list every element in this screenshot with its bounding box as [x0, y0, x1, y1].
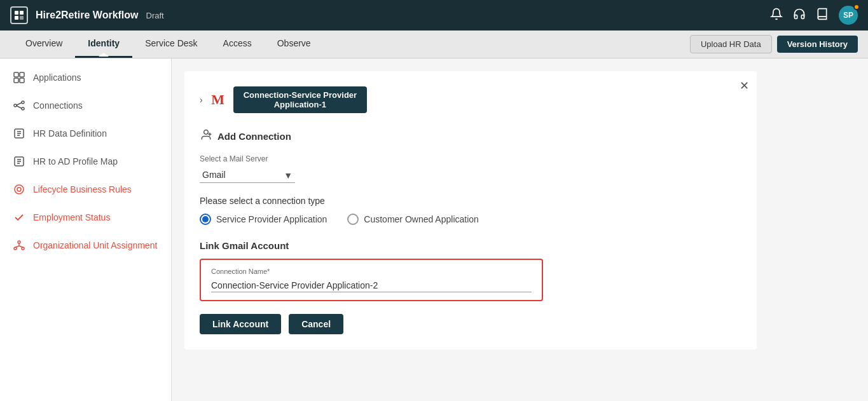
svg-point-8 [14, 104, 17, 107]
sidebar-item-lifecycle-business-rules-label: Lifecycle Business Rules [33, 184, 132, 194]
tab-observe[interactable]: Observe [265, 31, 324, 58]
book-icon[interactable] [816, 8, 829, 24]
close-button[interactable]: ✕ [740, 79, 749, 93]
svg-rect-2 [15, 16, 18, 20]
svg-point-24 [14, 247, 17, 250]
org-unit-assignment-icon [13, 239, 25, 252]
svg-point-10 [22, 107, 24, 110]
top-bar-left: Hire2Retire Workflow Draft [10, 6, 164, 24]
svg-point-29 [204, 130, 209, 135]
connection-name-label: Connection Name* [211, 268, 532, 275]
radio-customer-owned-circle [347, 214, 359, 225]
top-bar-right: SP [770, 6, 858, 25]
sidebar-item-employment-status[interactable]: Employment Status [0, 203, 171, 231]
connection-name-input[interactable] [211, 279, 532, 292]
top-bar: Hire2Retire Workflow Draft SP [0, 0, 868, 31]
main-panel: ✕ › M Connection-Service Provider Applic… [184, 71, 757, 350]
tab-identity[interactable]: Identity [75, 31, 132, 58]
breadcrumb: › M Connection-Service Provider Applicat… [200, 86, 741, 113]
svg-line-27 [15, 246, 19, 247]
connections-icon [13, 99, 25, 112]
svg-point-21 [15, 185, 24, 194]
content-area: ✕ › M Connection-Service Provider Applic… [172, 58, 868, 401]
sidebar-item-connections-label: Connections [33, 100, 83, 111]
mail-server-select[interactable]: Gmail Outlook Other [200, 167, 295, 183]
tab-overview[interactable]: Overview [13, 31, 75, 58]
svg-rect-4 [14, 72, 18, 77]
radio-service-provider[interactable]: Service Provider Application [200, 214, 327, 225]
sidebar-item-connections[interactable]: Connections [0, 92, 171, 119]
svg-rect-0 [15, 11, 18, 15]
connection-name-box: Connection Name* [200, 259, 543, 301]
sidebar-item-hr-ad-profile-map[interactable]: HR to AD Profile Map [0, 147, 171, 175]
tab-access[interactable]: Access [210, 31, 265, 58]
add-connection-title: Add Connection [200, 128, 741, 144]
sidebar-item-org-unit-assignment-label: Organizational Unit Assignment [33, 240, 157, 250]
radio-group: Service Provider Application Customer Ow… [200, 214, 741, 225]
mail-server-select-wrapper: Gmail Outlook Other ▼ [200, 167, 295, 183]
upload-hr-data-button[interactable]: Upload HR Data [690, 35, 772, 53]
mail-server-label: Select a Mail Server [200, 154, 741, 163]
breadcrumb-tag: Connection-Service Provider Application-… [233, 86, 367, 113]
svg-point-25 [22, 247, 24, 250]
radio-customer-owned[interactable]: Customer Owned Application [347, 214, 479, 225]
headset-icon[interactable] [793, 8, 806, 24]
app-icon [10, 6, 28, 24]
nav-actions: Upload HR Data Version History [690, 35, 868, 53]
link-account-button[interactable]: Link Account [200, 314, 281, 334]
main-layout: Applications Connections [0, 58, 868, 401]
svg-point-9 [22, 101, 24, 104]
connection-type-label: Please select a connection type [200, 196, 741, 206]
draft-badge: Draft [146, 11, 164, 20]
sidebar-item-applications-label: Applications [33, 72, 81, 83]
svg-rect-5 [20, 72, 24, 77]
sidebar-item-hr-data-definition-label: HR Data Definition [33, 128, 107, 139]
sidebar-item-hr-ad-profile-map-label: HR to AD Profile Map [33, 156, 118, 167]
svg-point-23 [18, 241, 20, 243]
sidebar-item-applications[interactable]: Applications [0, 64, 171, 92]
cancel-button[interactable]: Cancel [289, 314, 343, 334]
svg-point-22 [17, 187, 21, 191]
link-gmail-account-title: Link Gmail Account [200, 240, 741, 251]
app-title: Hire2Retire Workflow [36, 10, 139, 21]
radio-service-provider-circle [200, 214, 211, 225]
hr-data-definition-icon [13, 127, 25, 140]
sidebar: Applications Connections [0, 58, 172, 401]
radio-customer-owned-label: Customer Owned Application [364, 214, 479, 224]
svg-rect-1 [20, 11, 24, 15]
mail-server-field: Select a Mail Server Gmail Outlook Other… [200, 154, 741, 183]
active-tab-indicator [99, 53, 109, 57]
svg-line-28 [19, 246, 23, 247]
svg-rect-7 [20, 78, 24, 83]
sidebar-item-employment-status-label: Employment Status [33, 212, 110, 222]
sidebar-item-org-unit-assignment[interactable]: Organizational Unit Assignment [0, 231, 171, 259]
secondary-nav: Overview Identity Service Desk Access Ob… [0, 31, 868, 58]
bell-icon[interactable] [770, 8, 783, 24]
action-buttons: Link Account Cancel [200, 314, 741, 334]
add-connection-icon [200, 128, 212, 144]
sidebar-item-hr-data-definition[interactable]: HR Data Definition [0, 119, 171, 147]
employment-status-icon [13, 211, 25, 224]
radio-service-provider-label: Service Provider Application [216, 214, 327, 224]
version-history-button[interactable]: Version History [777, 36, 858, 53]
svg-line-11 [17, 103, 22, 105]
svg-rect-3 [20, 16, 24, 20]
tab-service-desk[interactable]: Service Desk [132, 31, 210, 58]
nav-tabs: Overview Identity Service Desk Access Ob… [13, 31, 324, 58]
sidebar-item-lifecycle-business-rules[interactable]: Lifecycle Business Rules [0, 175, 171, 203]
connection-type-field: Please select a connection type Service … [200, 196, 741, 225]
hr-ad-profile-map-icon [13, 155, 25, 168]
applications-icon [13, 71, 25, 84]
avatar-badge [853, 4, 860, 10]
svg-rect-6 [14, 78, 18, 83]
user-avatar[interactable]: SP [839, 6, 858, 25]
svg-line-12 [17, 106, 22, 109]
gmail-icon: M [208, 90, 228, 110]
lifecycle-business-rules-icon [13, 183, 25, 196]
breadcrumb-arrow-icon: › [200, 95, 203, 105]
